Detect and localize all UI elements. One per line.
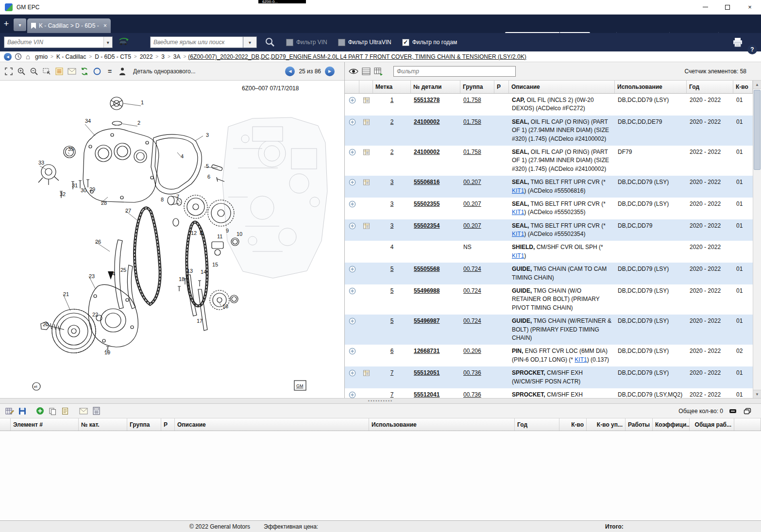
group-link[interactable]: 00.736 — [463, 369, 481, 376]
diagram-callout[interactable]: 14 — [201, 269, 206, 275]
group-link[interactable]: 00.207 — [463, 179, 481, 185]
diagram-callout[interactable]: 16 — [222, 303, 228, 309]
diagram-callout[interactable]: 10 — [237, 231, 242, 237]
parts-filter[interactable] — [393, 66, 516, 77]
diagram-callout[interactable]: 22 — [92, 312, 98, 317]
note-icon[interactable] — [363, 97, 370, 104]
expand-row-icon[interactable] — [349, 222, 356, 230]
parts-row[interactable]: 35550681600.207SEAL, TMG BELT FRT UPR CV… — [345, 176, 753, 198]
prev-page-button[interactable]: ◄ — [285, 66, 295, 76]
diagram-callout[interactable]: 17 — [197, 318, 203, 324]
vin-decode-button[interactable] — [118, 37, 129, 47]
note-icon[interactable] — [363, 222, 370, 230]
history-button[interactable] — [15, 53, 22, 60]
scroll-down-icon[interactable]: ▼ — [753, 390, 761, 398]
column-header[interactable]: Группа — [460, 81, 494, 93]
parts-row[interactable]: 22410000201.758SEAL, OIL FIL CAP (O RING… — [345, 116, 753, 146]
refresh-button[interactable] — [79, 66, 90, 77]
breadcrumb-link[interactable]: D - 6D5 - CT5 — [95, 53, 131, 60]
label-link[interactable]: 1 — [390, 97, 394, 103]
group-link[interactable]: 00.724 — [463, 266, 481, 272]
minimize-button[interactable] — [694, 0, 716, 14]
help-button[interactable]: ? — [747, 45, 757, 54]
tab-active[interactable]: K - Cadillac > D - 6D5 - C... × — [27, 18, 111, 33]
label-link[interactable]: 2 — [390, 149, 394, 155]
diagram-callout[interactable]: 23 — [89, 273, 95, 279]
email-cart-button[interactable] — [78, 406, 89, 416]
splitter-handle[interactable]: •••••••••• — [368, 400, 393, 402]
note-icon[interactable] — [363, 179, 370, 186]
kit-link[interactable]: KIT1 — [512, 209, 524, 216]
column-header[interactable]: Элемент # — [11, 418, 79, 431]
expand-row-icon[interactable] — [349, 348, 356, 355]
scroll-up-icon[interactable]: ▲ — [753, 81, 761, 89]
group-link[interactable]: 00.736 — [463, 391, 481, 398]
zoom-out-button[interactable] — [28, 66, 40, 77]
scroll-thumb[interactable] — [754, 90, 761, 170]
column-header[interactable]: Описание — [509, 81, 615, 93]
group-link[interactable]: 01.758 — [463, 97, 481, 103]
diagram-callout[interactable]: 18 — [179, 276, 185, 282]
column-header[interactable] — [359, 81, 373, 93]
column-header[interactable]: Использование — [369, 418, 515, 431]
column-header[interactable]: Использование — [615, 81, 687, 93]
calc-button[interactable] — [90, 406, 102, 416]
add-item-button[interactable] — [34, 406, 46, 416]
diagram-callout[interactable]: 24 — [109, 271, 115, 277]
diagram-callout[interactable]: 2 — [137, 120, 140, 126]
diagram-callout[interactable]: 20 — [43, 321, 49, 327]
parts-row[interactable]: 61266873100.206PIN, ENG FRT CVR LOC (6MM… — [345, 345, 753, 366]
breadcrumb-link[interactable]: 3A — [173, 53, 181, 60]
expand-row-icon[interactable] — [349, 287, 356, 295]
parts-row[interactable]: 22410000201.758SEAL, OIL FIL CAP (O RING… — [345, 146, 753, 176]
diagram-callout[interactable]: 8 — [161, 197, 164, 202]
column-header[interactable]: Метка — [373, 81, 411, 93]
parts-row[interactable]: 75551205100.736SPROCKET, CM/SHF EXH (W/C… — [345, 366, 753, 388]
group-link[interactable]: 00.207 — [463, 200, 481, 207]
diagram-canvas[interactable]: 6Z00–007 07/17/2018 — [0, 81, 344, 398]
expand-row-icon[interactable] — [349, 317, 356, 325]
label-search-input[interactable] — [151, 37, 243, 48]
diagram-callout[interactable]: 29 — [89, 186, 95, 192]
expand-row-icon[interactable] — [349, 391, 356, 398]
expand-row-icon[interactable] — [349, 97, 356, 104]
label-link[interactable]: 5 — [390, 317, 394, 324]
diagram-callout[interactable]: 32 — [60, 191, 66, 197]
column-header[interactable]: Группа — [127, 418, 161, 431]
person-tool-button[interactable] — [117, 66, 128, 77]
diagram-callout[interactable]: 30 — [81, 187, 86, 193]
label-search-combo[interactable] — [150, 36, 243, 48]
edit-grid-button[interactable] — [4, 406, 16, 416]
paste-button[interactable] — [59, 406, 71, 416]
diagram-callout[interactable]: 1 — [141, 100, 144, 105]
parts-row[interactable]: 35550235400.207SEAL, TMG BELT FRT UPR CV… — [345, 219, 753, 241]
save-button[interactable] — [17, 406, 28, 416]
collapse-panel-button[interactable] — [728, 407, 738, 415]
label-link[interactable]: 2 — [390, 118, 394, 125]
breadcrumb-current-link[interactable]: (6Z00-007)_2020-2022_DB,DC,DD79_ENGINE A… — [188, 53, 526, 60]
checkbox[interactable]: ✓ — [402, 39, 409, 46]
zoom-in-button[interactable] — [16, 66, 27, 77]
label-link[interactable]: 3 — [390, 179, 394, 185]
label-link[interactable]: 3 — [390, 222, 394, 229]
kit-link[interactable]: KIT1 — [512, 252, 524, 259]
label-link[interactable]: 7 — [390, 369, 394, 376]
email-diagram-button[interactable] — [66, 66, 78, 77]
part-number-link[interactable]: 55505568 — [414, 266, 440, 272]
column-header[interactable]: К-во — [733, 81, 753, 93]
diagram-callout[interactable]: 25 — [120, 267, 126, 273]
part-number-link[interactable]: 55513278 — [414, 97, 440, 103]
column-header[interactable]: Год — [515, 418, 559, 431]
back-button[interactable]: ◄ — [4, 53, 12, 61]
label-link[interactable]: 7 — [390, 391, 394, 398]
tab-list-dropdown[interactable]: ▾ — [14, 18, 26, 31]
diagram-callout[interactable]: 12 — [191, 230, 197, 236]
diagram-callout[interactable]: 3 — [206, 132, 209, 138]
expand-row-icon[interactable] — [349, 266, 356, 273]
maximize-button[interactable] — [716, 0, 739, 14]
diagram-callout[interactable]: 26 — [95, 239, 101, 245]
part-number-link[interactable]: 55502354 — [414, 222, 440, 229]
column-header[interactable]: Работы — [626, 418, 653, 431]
column-header[interactable]: P — [494, 81, 509, 93]
column-header[interactable]: Коэффици... — [653, 418, 690, 431]
